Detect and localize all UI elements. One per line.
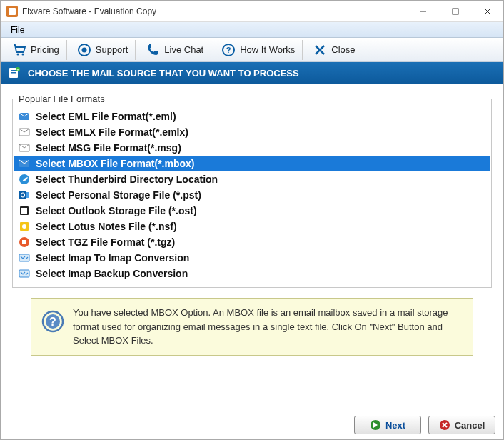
mail-blue-icon [19,111,30,122]
info-box: ? You have selected MBOX Option. An MBOX… [31,298,473,356]
toolbar-livechat-label: Live Chat [164,44,203,55]
toolbar-support-label: Support [96,44,128,55]
envelope-icon [19,126,30,138]
format-list: Select EML File Format(*.eml)Select EMLX… [14,109,490,281]
svg-point-9 [81,47,86,52]
format-item[interactable]: Select EML File Format(*.eml) [14,109,490,124]
maximize-button[interactable] [439,1,471,22]
mail-blue-icon [19,158,30,169]
toolbar-support[interactable]: Support [70,40,136,60]
tgz-icon [19,236,30,248]
formats-group: Popular File Formats Select EML File For… [12,94,492,288]
svg-rect-24 [19,191,26,199]
format-item-label: Select EML File Format(*.eml) [36,111,176,122]
next-arrow-icon [370,419,381,431]
svg-text:+: + [17,67,19,71]
svg-text:?: ? [49,316,56,328]
close-window-button[interactable] [471,1,503,22]
close-icon [313,43,327,57]
toolbar-livechat[interactable]: Live Chat [138,40,211,60]
ost-icon [19,205,30,216]
menubar: File [1,22,503,38]
svg-text:?: ? [226,46,231,54]
format-item[interactable]: Select Imap To Imap Conversion [14,250,490,266]
svg-point-6 [17,53,19,55]
format-item-label: Select Lotus Notes File (*.nsf) [36,221,177,232]
cancel-label: Cancel [455,420,485,431]
svg-rect-32 [22,240,26,244]
titlebar: Fixvare Software - Evaluation Copy [1,1,503,22]
format-item-label: Select MBOX File Format(*.mbox) [36,158,194,169]
toolbar-close[interactable]: Close [306,40,362,60]
cancel-button[interactable]: Cancel [428,416,495,434]
svg-rect-33 [19,254,29,261]
app-icon [6,6,18,17]
svg-rect-26 [26,192,29,198]
svg-rect-15 [11,70,16,71]
format-item[interactable]: Select Imap Backup Conversion [14,266,490,281]
format-item[interactable]: Select MBOX File Format(*.mbox) [14,156,490,171]
format-item[interactable]: Select Outlook Storage File (*.ost) [14,203,490,219]
lotus-icon [19,221,30,232]
cancel-x-icon [439,419,450,431]
format-item[interactable]: Select Thunderbird Directory Location [14,171,490,187]
format-item-label: Select TGZ File Format (*.tgz) [36,236,175,248]
svg-rect-3 [453,9,458,14]
format-item[interactable]: Select Lotus Notes File (*.nsf) [14,219,490,234]
format-item[interactable]: Select Personal Storage File (*.pst) [14,187,490,203]
format-item-label: Select Thunderbird Directory Location [36,174,218,185]
toolbar-close-label: Close [331,44,355,55]
next-label: Next [385,420,405,431]
svg-rect-28 [21,208,27,214]
page-icon: + [8,66,21,79]
support-icon [77,43,91,57]
window-title: Fixvare Software - Evaluation Copy [22,6,407,16]
format-item-label: Select MSG File Format(*.msg) [36,142,181,154]
format-item-label: Select Outlook Storage File (*.ost) [36,205,197,216]
format-item-label: Select Imap Backup Conversion [36,268,188,279]
svg-rect-16 [11,72,16,74]
toolbar: Pricing Support Live Chat ? How It Works… [1,38,503,62]
page-header: + CHOOSE THE MAIL SOURCE THAT YOU WANT T… [1,62,503,84]
info-icon: ? [41,310,64,333]
button-bar: Next Cancel [354,416,495,434]
phone-icon [146,43,160,57]
format-item-label: Select Imap To Imap Conversion [36,252,189,264]
format-item-label: Select EMLX File Format(*.emlx) [36,126,188,138]
svg-rect-1 [9,8,16,15]
minimize-button[interactable] [407,1,439,22]
menu-file[interactable]: File [5,24,30,36]
svg-point-30 [22,224,26,229]
imap-icon [19,252,30,264]
toolbar-pricing[interactable]: Pricing [5,40,67,60]
format-item[interactable]: Select TGZ File Format (*.tgz) [14,234,490,250]
next-button[interactable]: Next [354,416,421,434]
thunderbird-icon [19,174,30,185]
toolbar-pricing-label: Pricing [31,44,59,55]
question-icon: ? [221,43,236,57]
format-item[interactable]: Select EMLX File Format(*.emlx) [14,124,490,140]
outlook-icon [19,189,30,201]
content-area: Popular File Formats Select EML File For… [1,84,503,370]
format-item-label: Select Personal Storage File (*.pst) [36,189,201,201]
svg-point-7 [22,53,24,55]
toolbar-howitworks[interactable]: ? How It Works [214,40,303,60]
info-text: You have selected MBOX Option. An MBOX f… [73,306,463,348]
page-header-text: CHOOSE THE MAIL SOURCE THAT YOU WANT TO … [28,68,299,79]
envelope-icon [19,142,30,154]
cart-icon [12,43,26,57]
toolbar-howitworks-label: How It Works [240,44,295,55]
imap-icon [19,268,30,279]
formats-legend: Popular File Formats [14,94,109,104]
svg-rect-34 [19,270,29,277]
format-item[interactable]: Select MSG File Format(*.msg) [14,140,490,156]
